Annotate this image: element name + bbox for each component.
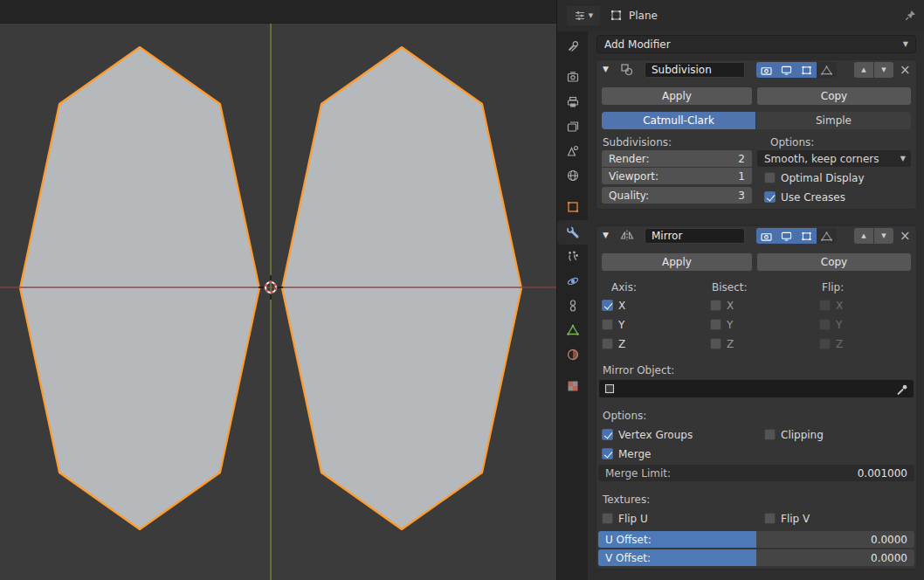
tab-object[interactable] [557,195,588,219]
mesh-left-half[interactable] [20,47,259,529]
axis-x-checkbox[interactable] [602,300,613,311]
editor-type-button[interactable]: ▼ [567,6,600,25]
flip-v-label: Flip V [781,513,810,525]
close-modifier-icon[interactable]: × [900,230,911,242]
bisect-y-label: Y [727,319,733,331]
optimal-display-checkbox[interactable] [764,172,776,183]
world-icon [566,169,580,183]
flip-z-checkbox [819,338,831,349]
tab-tool[interactable] [557,34,588,59]
expand-caret-icon[interactable]: ▼ [603,65,609,73]
breadcrumb[interactable]: Plane [629,10,658,22]
output-icon [566,95,580,109]
apply-button[interactable]: Apply [602,253,752,271]
move-modifier-up-button[interactable]: ▲ [854,62,873,78]
v-offset-value: 0.0000 [871,549,907,566]
material-icon [566,348,580,362]
copy-button[interactable]: Copy [757,253,911,271]
properties-content: Add Modifier ▼ ▼ Subdivision [588,31,924,580]
u-offset-slider[interactable]: U Offset: 0.0000 [598,531,914,548]
display-realtime-toggle[interactable] [776,228,796,244]
catmull-clark-segment[interactable]: Catmull-Clark [602,112,755,129]
camera-icon [761,66,772,75]
modifier-name-input[interactable]: Mirror [645,228,745,244]
tab-object-data[interactable] [557,318,588,342]
display-cage-toggle[interactable] [817,228,837,244]
tab-physics[interactable] [557,269,588,293]
use-creases-checkbox[interactable] [764,191,776,203]
cage-icon [821,231,832,241]
display-render-toggle[interactable] [756,228,776,244]
viewport-header[interactable] [0,0,556,24]
merge-checkbox[interactable] [602,448,613,459]
flip-x-checkbox [819,300,831,311]
simple-segment[interactable]: Simple [756,112,911,129]
display-realtime-toggle[interactable] [776,62,796,78]
merge-label: Merge [618,448,651,460]
tab-world[interactable] [557,163,588,188]
u-offset-value: 0.0000 [871,531,907,548]
axis-z-label: Z [618,338,625,350]
move-modifier-down-button[interactable]: ▼ [874,62,893,78]
viewport-canvas[interactable] [0,0,556,580]
vertex-groups-checkbox[interactable] [602,429,613,440]
camera-icon [761,231,772,241]
axis-label: Axis: [611,281,637,293]
subdivisions-label: Subdivisions: [603,136,672,148]
options-label: Options: [770,136,814,148]
object-data-icon [566,323,580,337]
flip-u-label: Flip U [618,513,648,525]
merge-limit-field[interactable]: Merge Limit: 0.001000 [598,465,914,481]
properties-editor-icon [574,10,586,22]
flip-u-checkbox[interactable] [602,513,613,524]
tab-scene[interactable] [557,139,588,163]
monitor-icon [781,231,792,241]
texture-icon [566,379,580,393]
tab-constraints[interactable] [557,293,588,318]
pin-icon[interactable] [904,9,917,22]
display-editmode-toggle[interactable] [796,62,817,78]
mesh-right-half[interactable] [282,47,521,529]
use-creases-label: Use Creases [781,191,845,204]
bisect-z-checkbox[interactable] [710,338,721,349]
flip-v-checkbox[interactable] [764,513,776,524]
optimal-display-label: Optimal Display [781,172,865,184]
apply-button[interactable]: Apply [602,87,752,105]
close-modifier-icon[interactable]: × [900,64,911,76]
tab-particles[interactable] [557,245,588,269]
axis-y-label: Y [618,319,624,331]
v-offset-slider[interactable]: V Offset: 0.0000 [598,549,914,566]
expand-caret-icon[interactable]: ▼ [603,231,609,239]
3d-viewport[interactable] [0,0,556,580]
display-cage-toggle[interactable] [817,62,837,78]
tab-view-layer[interactable] [557,114,588,139]
display-render-toggle[interactable] [756,62,776,78]
add-modifier-dropdown[interactable]: Add Modifier ▼ [596,35,916,53]
move-modifier-down-button[interactable]: ▼ [874,228,893,244]
axis-y-checkbox[interactable] [602,319,613,330]
bisect-x-checkbox[interactable] [710,300,721,311]
tab-render[interactable] [557,65,588,89]
editmode-icon [801,66,812,75]
mirror-object-field[interactable] [598,379,914,398]
modifier-name-input[interactable]: Subdivision [645,62,745,78]
cage-icon [821,66,832,75]
tab-material[interactable] [557,342,588,367]
quality-field[interactable]: Quality: 3 [602,187,752,204]
move-modifier-up-button[interactable]: ▲ [854,228,873,244]
tab-output[interactable] [557,90,588,114]
viewport-subdivisions-field[interactable]: Viewport: 1 [602,168,752,184]
tab-texture[interactable] [557,374,588,398]
axis-z-checkbox[interactable] [602,338,613,349]
display-editmode-toggle[interactable] [796,228,817,244]
bisect-x-label: X [727,300,734,312]
eyedropper-icon[interactable] [896,383,908,396]
add-modifier-label: Add Modifier [604,38,671,51]
render-subdivisions-field[interactable]: Render: 2 [602,150,752,167]
copy-button[interactable]: Copy [757,87,911,105]
bisect-y-checkbox[interactable] [710,319,721,330]
clipping-checkbox[interactable] [764,429,776,440]
flip-y-label: Y [836,319,842,331]
uv-smooth-dropdown[interactable]: Smooth, keep corners ▼ [757,150,911,167]
tab-modifiers[interactable] [557,220,588,245]
